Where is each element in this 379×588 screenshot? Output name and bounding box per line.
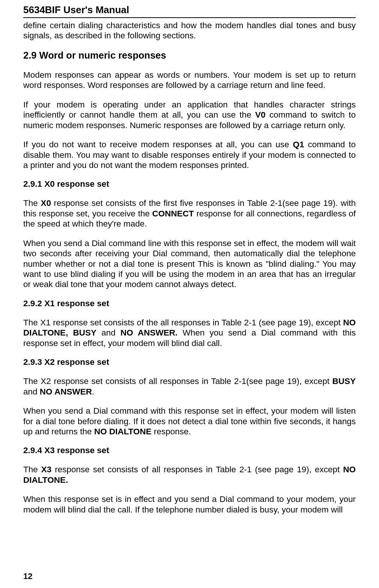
- document-title: 5634BIF User's Manual: [23, 4, 356, 18]
- text: The X2 response set consists of all resp…: [23, 376, 332, 386]
- text: If you do not want to receive modem resp…: [23, 140, 293, 149]
- section-2-9-4-p1: The X3 response set consists of all resp…: [23, 464, 356, 485]
- text: The X1 response set consists of the all …: [23, 318, 343, 327]
- command-x3: X3: [41, 465, 52, 474]
- text: .: [92, 387, 94, 396]
- section-2-9-2-p1: The X1 response set consists of the all …: [23, 317, 356, 348]
- keyword-connect: CONNECT: [152, 209, 194, 218]
- keyword-busy: BUSY: [332, 376, 356, 386]
- keyword-no-answer: NO ANSWER.: [120, 328, 177, 337]
- section-2-9-1-heading: 2.9.1 X0 response set: [23, 179, 356, 189]
- section-2-9-1-p2: When you send a Dial command line with t…: [23, 238, 356, 290]
- text: response.: [152, 427, 191, 436]
- section-2-9-3-heading: 2.9.3 X2 response set: [23, 357, 356, 367]
- command-v0: V0: [255, 110, 266, 119]
- section-2-9-3-p1: The X2 response set consists of all resp…: [23, 376, 356, 397]
- intro-paragraph: define certain dialing characteristics a…: [23, 20, 356, 41]
- document-page: 5634BIF User's Manual define certain dia…: [0, 0, 379, 588]
- section-2-9-p3: If you do not want to receive modem resp…: [23, 139, 356, 170]
- keyword-no-dialtone: NO DIALTONE: [94, 427, 152, 436]
- section-2-9-4-p2: When this response set is in effect and …: [23, 494, 356, 515]
- section-2-9-2-heading: 2.9.2 X1 response set: [23, 299, 356, 308]
- section-2-9-4-heading: 2.9.4 X3 response set: [23, 446, 356, 455]
- text: define certain dialing characteristics a…: [23, 21, 356, 40]
- page-number: 12: [23, 571, 32, 581]
- command-q1: Q1: [293, 140, 304, 149]
- text: and: [96, 328, 120, 337]
- text: The: [23, 465, 41, 474]
- text: and: [23, 387, 40, 396]
- keyword-no-answer: NO ANSWER: [40, 387, 92, 396]
- command-x0: X0: [41, 198, 51, 208]
- section-2-9-p1: Modem responses can appear as words or n…: [23, 70, 356, 91]
- section-2-9-3-p2: When you send a Dial command with this r…: [23, 406, 356, 437]
- section-2-9-1-p1: The X0 response set consists of the firs…: [23, 198, 356, 229]
- section-2-9-heading: 2.9 Word or numeric responses: [23, 50, 356, 61]
- section-2-9-p2: If your modem is operating under an appl…: [23, 100, 356, 130]
- text: response set consists of all responses i…: [51, 465, 343, 474]
- text: The: [23, 198, 41, 208]
